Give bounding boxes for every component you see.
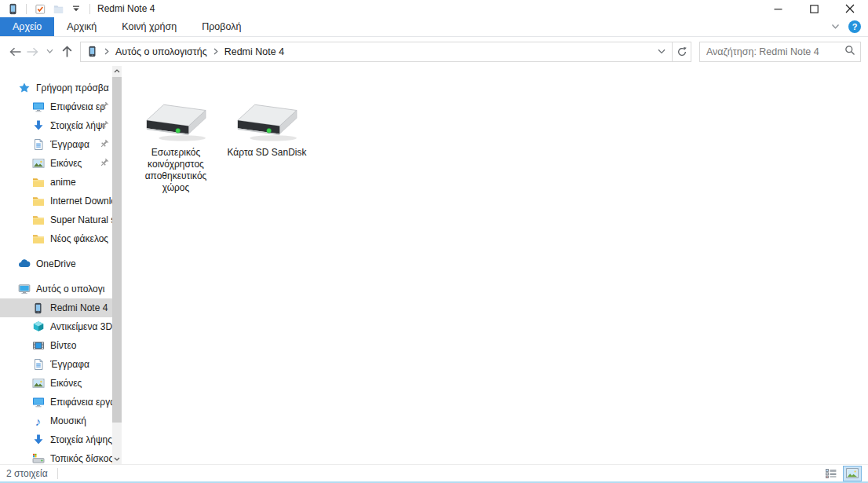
folder-icon xyxy=(31,195,45,207)
maximize-button[interactable] xyxy=(796,0,832,17)
sidebar-item-pictures[interactable]: Εικόνες xyxy=(0,154,112,173)
sidebar-item-3d-objects[interactable]: Αντικείμενα 3D xyxy=(0,317,112,336)
sidebar-item-this-pc[interactable]: Αυτός ο υπολογι xyxy=(0,280,112,298)
sidebar-item-downloads-2[interactable]: Στοιχεία λήψης xyxy=(0,430,112,449)
phone-icon xyxy=(86,46,99,58)
sidebar-item-redmi-note-4[interactable]: Redmi Note 4 xyxy=(0,298,112,317)
desktop-icon xyxy=(31,396,45,408)
phone-icon xyxy=(5,2,20,16)
onedrive-icon xyxy=(17,258,31,270)
scrollbar-thumb[interactable] xyxy=(112,77,122,423)
tab-file[interactable]: Αρχείο xyxy=(0,17,54,36)
pictures-icon xyxy=(31,157,45,170)
toolbar-separator xyxy=(26,4,27,14)
navigation-bar: Αυτός ο υπολογιστής Redmi Note 4 xyxy=(0,37,868,66)
search-icon[interactable] xyxy=(844,45,855,58)
main-area: Γρήγορη πρόσβα Επιφάνεια ερ Στοιχεία λήψ… xyxy=(0,66,868,464)
status-bar: 2 στοιχεία xyxy=(0,464,868,481)
sidebar-item-music[interactable]: ♪ Μουσική xyxy=(0,412,112,430)
sidebar-item-desktop-2[interactable]: Επιφάνεια εργασ xyxy=(0,393,112,412)
sidebar-item-anime[interactable]: anime xyxy=(0,173,112,192)
tab-share[interactable]: Κοινή χρήση xyxy=(109,17,189,36)
address-bar[interactable]: Αυτός ο υπολογιστής Redmi Note 4 xyxy=(80,42,673,62)
videos-icon xyxy=(31,339,45,352)
drive-label: Κάρτα SD SanDisk xyxy=(228,147,307,159)
refresh-icon[interactable] xyxy=(673,42,691,62)
status-separator xyxy=(57,468,58,479)
pictures-icon xyxy=(31,377,45,390)
scroll-down-icon[interactable] xyxy=(112,454,122,464)
window-title: Redmi Note 4 xyxy=(97,3,155,14)
desktop-icon xyxy=(31,101,45,113)
search-box xyxy=(699,42,861,62)
sidebar-group-gap xyxy=(0,248,112,254)
tab-home[interactable]: Αρχική xyxy=(54,17,109,36)
breadcrumb-chevron-icon[interactable] xyxy=(211,48,221,55)
window-controls xyxy=(760,0,868,17)
recent-locations-chevron-icon[interactable] xyxy=(41,42,58,61)
breadcrumb-chevron-icon[interactable] xyxy=(102,48,111,55)
drive-item-sd-card[interactable]: Κάρτα SD SanDisk xyxy=(225,99,308,159)
pin-icon xyxy=(99,120,109,130)
folder-icon xyxy=(31,214,45,226)
navigation-pane: Γρήγορη πρόσβα Επιφάνεια ερ Στοιχεία λήψ… xyxy=(0,66,122,464)
drive-icon xyxy=(232,99,301,145)
new-folder-icon[interactable] xyxy=(51,2,65,16)
documents-icon xyxy=(31,358,45,371)
properties-check-icon[interactable] xyxy=(33,2,47,16)
explorer-window: Redmi Note 4 Αρχείο Αρχική Κοινή χρήση Π… xyxy=(0,0,868,483)
pin-icon xyxy=(99,158,109,168)
breadcrumb-this-pc[interactable]: Αυτός ο υπολογιστής xyxy=(111,46,211,57)
sidebar-item-documents[interactable]: Έγγραφα xyxy=(0,135,112,154)
back-icon[interactable] xyxy=(6,42,24,61)
sidebar-item-quick-access[interactable]: Γρήγορη πρόσβα xyxy=(0,79,112,97)
quick-access-toolbar xyxy=(5,2,93,16)
downloads-icon xyxy=(31,119,45,132)
phone-icon xyxy=(31,302,45,314)
sidebar-item-new-folder[interactable]: Νέος φάκελος xyxy=(0,229,112,248)
address-dropdown-chevron-icon[interactable] xyxy=(653,42,670,61)
breadcrumb-redmi-note-4[interactable]: Redmi Note 4 xyxy=(221,46,288,57)
expand-ribbon-chevron-icon[interactable] xyxy=(831,21,840,32)
folder-icon xyxy=(31,176,45,188)
drive-item-internal-storage[interactable]: Εσωτερικός κοινόχρηστος αποθηκευτικός χώ… xyxy=(134,99,217,194)
sidebar-item-pictures-2[interactable]: Εικόνες xyxy=(0,374,112,393)
sidebar-item-documents-2[interactable]: Έγγραφα xyxy=(0,355,112,374)
view-buttons xyxy=(822,466,862,481)
scroll-up-icon[interactable] xyxy=(112,66,122,76)
pin-icon xyxy=(99,101,109,112)
sidebar-item-onedrive[interactable]: OneDrive xyxy=(0,254,112,273)
ribbon-right-controls: ? xyxy=(831,17,868,36)
forward-icon[interactable] xyxy=(24,42,41,61)
sidebar-item-videos[interactable]: Βίντεο xyxy=(0,336,112,355)
toolbar-separator xyxy=(89,4,90,14)
search-input[interactable] xyxy=(706,46,844,57)
minimize-button[interactable] xyxy=(760,0,796,17)
sidebar-item-internet-downloads[interactable]: Internet Downlo xyxy=(0,192,112,210)
quick-access-icon xyxy=(17,82,31,94)
file-list-area[interactable]: Εσωτερικός κοινόχρηστος αποθηκευτικός χώ… xyxy=(122,66,868,464)
tab-view[interactable]: Προβολή xyxy=(189,17,253,36)
large-icons-view-button[interactable] xyxy=(843,466,862,481)
sidebar-item-local-disk[interactable]: Τοπικός δίσκος xyxy=(0,449,112,464)
help-icon[interactable]: ? xyxy=(848,20,861,33)
details-view-button[interactable] xyxy=(822,466,841,481)
downloads-icon xyxy=(31,434,45,446)
sidebar-scrollbar[interactable] xyxy=(112,66,122,464)
folder-icon xyxy=(31,232,45,245)
system-disk-icon xyxy=(31,452,45,464)
sidebar-item-downloads[interactable]: Στοιχεία λήψι xyxy=(0,116,112,135)
computer-icon xyxy=(17,283,31,295)
ribbon-tab-bar: Αρχείο Αρχική Κοινή χρήση Προβολή ? xyxy=(0,17,868,37)
sidebar-group-gap xyxy=(0,273,112,280)
up-icon[interactable] xyxy=(58,42,75,61)
documents-icon xyxy=(31,138,45,151)
sidebar-item-super-natural[interactable]: Super Natural se xyxy=(0,210,112,229)
customize-toolbar-chevron-icon[interactable] xyxy=(69,2,83,16)
3d-objects-icon xyxy=(31,320,45,333)
music-icon: ♪ xyxy=(31,415,45,427)
close-button[interactable] xyxy=(832,0,868,17)
sidebar-item-desktop[interactable]: Επιφάνεια ερ xyxy=(0,97,112,116)
drive-icon xyxy=(141,99,210,145)
drive-label: Εσωτερικός κοινόχρηστος αποθηκευτικός χώ… xyxy=(136,147,216,194)
